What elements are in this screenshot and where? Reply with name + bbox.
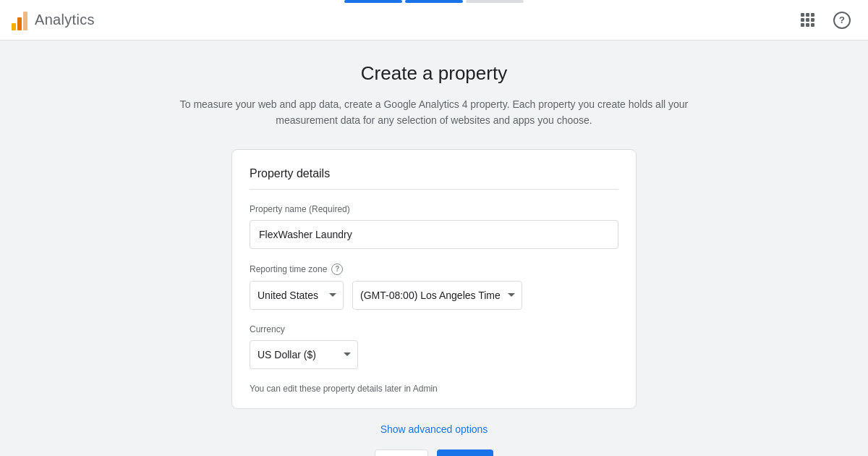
- progress-segment-2: [405, 0, 463, 3]
- waffle-icon: [801, 13, 814, 27]
- logo-bar-1: [12, 23, 16, 30]
- logo-bar-3: [23, 12, 27, 30]
- logo-bar-2: [17, 17, 22, 30]
- currency-select[interactable]: US Dollar ($): [250, 340, 358, 369]
- progress-bar: [344, 0, 524, 3]
- currency-group: Currency US Dollar ($): [250, 324, 618, 369]
- header-left: Analytics: [12, 10, 95, 30]
- buttons-row: Back Next: [375, 449, 493, 456]
- timezone-select[interactable]: (GMT-08:00) Los Angeles Time: [352, 281, 522, 310]
- property-card: Property details Property name (Required…: [231, 149, 637, 409]
- page-title: Create a property: [361, 62, 507, 85]
- app-title: Analytics: [35, 12, 95, 28]
- currency-label: Currency: [250, 324, 618, 334]
- timezone-dropdowns: United States (GMT-08:00) Los Angeles Ti…: [250, 281, 618, 310]
- card-title: Property details: [250, 167, 618, 190]
- timezone-help-icon[interactable]: ?: [331, 263, 343, 275]
- property-name-label: Property name (Required): [250, 204, 618, 214]
- timezone-label: Reporting time zone ?: [250, 263, 618, 275]
- back-button[interactable]: Back: [375, 449, 428, 456]
- property-name-input[interactable]: [250, 220, 618, 249]
- header-icons: ?: [793, 6, 856, 35]
- edit-note: You can edit these property details late…: [250, 384, 618, 394]
- main-content: Create a property To measure your web an…: [0, 41, 868, 456]
- progress-segment-1: [344, 0, 402, 3]
- country-select[interactable]: United States: [250, 281, 344, 310]
- advanced-options-link[interactable]: Show advanced options: [380, 423, 488, 435]
- analytics-logo: [12, 10, 27, 30]
- waffle-button[interactable]: [793, 6, 822, 35]
- page-description: To measure your web and app data, create…: [174, 96, 694, 129]
- help-button[interactable]: ?: [827, 6, 856, 35]
- next-button[interactable]: Next: [437, 449, 493, 456]
- progress-segment-3: [466, 0, 524, 3]
- timezone-group: Reporting time zone ? United States (GMT…: [250, 263, 618, 310]
- app-header: Analytics ?: [0, 0, 868, 41]
- property-name-group: Property name (Required): [250, 204, 618, 249]
- help-circle-icon: ?: [833, 12, 851, 29]
